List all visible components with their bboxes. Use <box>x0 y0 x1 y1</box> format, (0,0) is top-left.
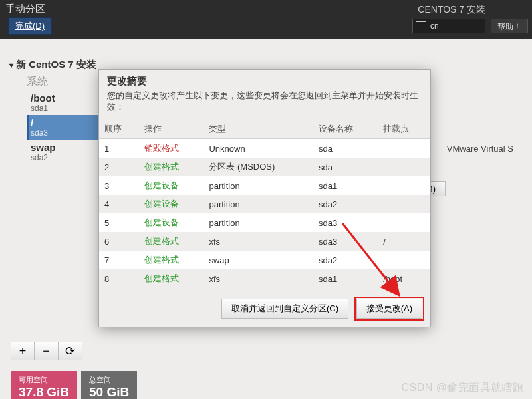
reload-button[interactable]: ⟳ <box>59 342 82 360</box>
keyboard-icon <box>416 21 426 29</box>
total-space-value: 50 GiB <box>89 385 129 399</box>
remove-partition-button[interactable]: − <box>35 342 59 360</box>
add-partition-button[interactable]: + <box>11 342 35 360</box>
col-operation[interactable]: 操作 <box>139 120 203 139</box>
cell-order: 2 <box>99 158 139 176</box>
cell-device: sda <box>313 139 378 158</box>
cell-mount: / <box>378 232 430 251</box>
col-mount[interactable]: 挂载点 <box>378 120 430 139</box>
total-space-label: 总空间 <box>89 376 111 384</box>
cell-type: partition <box>203 213 313 232</box>
cell-order: 8 <box>99 269 139 288</box>
cell-type: swap <box>203 251 313 269</box>
cell-device: sda1 <box>313 269 378 288</box>
cell-mount <box>378 195 430 213</box>
cell-operation: 创建格式 <box>139 232 203 251</box>
available-space-value: 37.8 GiB <box>19 385 69 399</box>
cell-device: sda2 <box>313 195 378 213</box>
available-space-tile: 可用空间 37.8 GiB <box>11 371 77 399</box>
cell-type: xfs <box>203 232 313 251</box>
cell-type: 分区表 (MSDOS) <box>203 158 313 176</box>
cell-type: partition <box>203 195 313 213</box>
col-order[interactable]: 顺序 <box>99 120 139 139</box>
table-row[interactable]: 3创建设备partitionsda1 <box>99 176 430 195</box>
table-row[interactable]: 4创建设备partitionsda2 <box>99 195 430 213</box>
cell-mount <box>378 213 430 232</box>
available-space-label: 可用空间 <box>19 376 48 384</box>
cell-type: xfs <box>203 269 313 288</box>
cancel-button[interactable]: 取消并返回到自定义分区(C) <box>221 299 348 319</box>
installer-title: CENTOS 7 安装 <box>418 4 485 16</box>
cell-mount <box>378 139 430 158</box>
cell-device: sda <box>313 158 378 176</box>
cell-type: Unknown <box>203 139 313 158</box>
cell-operation: 创建设备 <box>139 195 203 213</box>
cell-mount <box>378 251 430 269</box>
cell-order: 6 <box>99 232 139 251</box>
dialog-description: 您的自定义更改将产生以下变更，这些变更将会在您返回到主菜单并开始安装时生效： <box>99 89 430 120</box>
help-button[interactable]: 帮助！ <box>491 19 528 33</box>
cell-mount: /boot <box>378 269 430 288</box>
cell-order: 7 <box>99 251 139 269</box>
changes-table: 顺序 操作 类型 设备名称 挂载点 1销毁格式Unknownsda2创建格式分区… <box>99 120 430 288</box>
cell-operation: 创建格式 <box>139 158 203 176</box>
cell-device: sda2 <box>313 251 378 269</box>
change-summary-dialog: 更改摘要 您的自定义更改将产生以下变更，这些变更将会在您返回到主菜单并开始安装时… <box>98 69 431 327</box>
cell-operation: 销毁格式 <box>139 139 203 158</box>
table-row[interactable]: 8创建格式xfssda1/boot <box>99 269 430 288</box>
accept-changes-button[interactable]: 接受更改(A) <box>356 299 422 319</box>
col-type[interactable]: 类型 <box>203 120 313 139</box>
total-space-tile: 总空间 50 GiB <box>81 371 137 399</box>
cell-order: 4 <box>99 195 139 213</box>
table-row[interactable]: 5创建设备partitionsda3 <box>99 213 430 232</box>
cell-order: 1 <box>99 139 139 158</box>
keyboard-layout: cn <box>430 21 439 31</box>
keyboard-indicator[interactable]: cn <box>412 19 485 33</box>
cell-device: sda1 <box>313 176 378 195</box>
table-row[interactable]: 2创建格式分区表 (MSDOS)sda <box>99 158 430 176</box>
device-info-label: VMware Virtual S <box>447 144 513 154</box>
cell-mount <box>378 176 430 195</box>
dialog-title: 更改摘要 <box>99 70 430 89</box>
space-tiles: 可用空间 37.8 GiB 总空间 50 GiB <box>11 371 137 399</box>
page-title: 手动分区 <box>5 3 45 15</box>
cell-device: sda3 <box>313 213 378 232</box>
cell-order: 3 <box>99 176 139 195</box>
cell-mount <box>378 158 430 176</box>
cell-order: 5 <box>99 213 139 232</box>
table-row[interactable]: 1销毁格式Unknownsda <box>99 139 430 158</box>
cell-operation: 创建格式 <box>139 251 203 269</box>
cell-operation: 创建设备 <box>139 213 203 232</box>
cell-operation: 创建格式 <box>139 269 203 288</box>
table-row[interactable]: 6创建格式xfssda3/ <box>99 232 430 251</box>
partition-edit-buttons: + − ⟳ <box>11 342 82 360</box>
cell-device: sda3 <box>313 232 378 251</box>
col-device[interactable]: 设备名称 <box>313 120 378 139</box>
done-button[interactable]: 完成(D) <box>8 17 52 35</box>
cell-operation: 创建设备 <box>139 176 203 195</box>
dialog-buttons: 取消并返回到自定义分区(C) 接受更改(A) <box>216 299 422 319</box>
cell-type: partition <box>203 176 313 195</box>
top-bar: 手动分区 完成(D) CENTOS 7 安装 cn 帮助！ <box>0 0 532 39</box>
table-row[interactable]: 7创建格式swapsda2 <box>99 251 430 269</box>
